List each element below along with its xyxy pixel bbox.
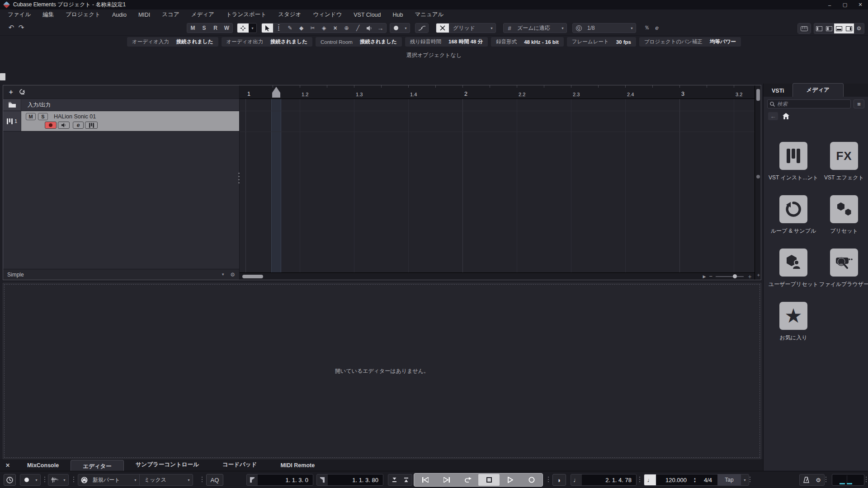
vertical-scroll-thumb[interactable] [756, 89, 760, 101]
tab-mixconsole[interactable]: MixConsole [15, 460, 71, 471]
zoom-in-button[interactable]: ＋ [747, 272, 753, 281]
read-automation-button[interactable]: R [210, 23, 221, 33]
zoom-slider[interactable] [716, 276, 744, 277]
left-locator-flag-icon[interactable] [247, 474, 258, 485]
undo-button[interactable]: ↶ [6, 23, 16, 32]
edit-channel-button[interactable]: e [73, 122, 84, 129]
tap-mode-caret[interactable] [741, 479, 749, 482]
menu-project[interactable]: プロジェクト [60, 11, 106, 19]
color-menu-icon[interactable] [390, 23, 402, 33]
retrospective-record-icon[interactable]: ◗ [552, 474, 566, 486]
mute-tool[interactable]: × [330, 23, 341, 33]
cycle-record-mode-caret[interactable] [185, 479, 193, 482]
menu-media[interactable]: メディア [185, 11, 220, 19]
preset-dropdown-caret[interactable]: ▼ [221, 272, 225, 277]
right-locator-flag-icon[interactable] [317, 474, 328, 485]
grid-type-select[interactable]: グリッド [449, 23, 488, 33]
audio-waveform-icon[interactable] [48, 474, 61, 485]
draw-tool[interactable]: ✎ [284, 23, 296, 33]
media-search-box[interactable] [767, 99, 851, 108]
tempo-spinner[interactable]: ▲▼ [691, 474, 698, 485]
menu-edit[interactable]: 編集 [37, 11, 60, 19]
menu-midi[interactable]: MIDI [132, 12, 156, 18]
tempo-track-active-icon[interactable]: ♩ [644, 474, 656, 485]
tile-user-presets[interactable]: ユーザープリセット [771, 249, 816, 288]
menu-file[interactable]: ファイル [2, 11, 37, 19]
track-mute-button[interactable]: M [26, 113, 36, 120]
cycle-button[interactable] [457, 474, 478, 486]
tab-vsti[interactable]: VSTi [764, 85, 793, 97]
quantize-preset-select[interactable]: 1/8 [585, 23, 628, 33]
bars-beats-icon[interactable]: ♩ [571, 474, 582, 485]
tempo-display[interactable]: 120.000 [656, 474, 691, 485]
onscreen-keyboard-button[interactable] [797, 23, 811, 34]
erase-tool[interactable]: ◆ [296, 23, 307, 33]
minimize-button[interactable]: – [822, 0, 837, 9]
midi-din-icon[interactable] [78, 474, 90, 485]
quantize-panel-button[interactable]: e [653, 23, 661, 32]
menu-score[interactable]: スコア [156, 11, 185, 19]
io-folder-track[interactable]: 入力/出力 [3, 99, 239, 111]
horizontal-scroll-thumb[interactable] [242, 275, 263, 278]
tab-media[interactable]: メディア [793, 83, 844, 97]
left-zone-alt-toggle-icon[interactable] [824, 23, 834, 33]
vertical-scrollbar[interactable]: ＋ [755, 85, 761, 280]
snap-icon[interactable] [436, 23, 449, 33]
tile-loops-samples[interactable]: ループ & サンプル [771, 195, 816, 235]
monitor-button[interactable] [58, 122, 70, 129]
line-tool[interactable]: ╱ [352, 23, 363, 33]
punch-out-icon[interactable] [400, 474, 412, 485]
tab-sampler-control[interactable]: サンプラーコントロール [124, 459, 211, 471]
position-display[interactable]: 2. 1. 4. 78 [582, 474, 636, 485]
redo-button[interactable]: ↷ [16, 23, 26, 32]
setup-toolbar-gear-icon[interactable]: ⚙ [854, 23, 864, 33]
swing-quantize-icon[interactable]: ％ [642, 23, 652, 32]
left-zone-toggle-icon[interactable] [814, 23, 824, 33]
edit-instrument-button[interactable] [85, 122, 98, 129]
record-button[interactable] [521, 474, 542, 486]
grid-type-caret[interactable] [488, 23, 495, 33]
go-to-end-button[interactable] [436, 474, 457, 486]
menu-window[interactable]: ウィンドウ [307, 11, 348, 19]
close-button[interactable]: ✕ [853, 0, 868, 9]
menu-transport[interactable]: トランスポート [220, 11, 272, 19]
color-menu-caret[interactable] [402, 23, 410, 33]
audio-record-mode-caret[interactable] [61, 479, 68, 482]
mute-all-button[interactable]: M [187, 23, 198, 33]
vertical-zoom-handle[interactable] [756, 175, 760, 178]
media-search-input[interactable] [777, 101, 848, 107]
scroll-right-arrow-icon[interactable]: ▶ [703, 274, 706, 279]
object-selection-tool[interactable] [262, 23, 273, 33]
menu-manual[interactable]: マニュアル [409, 11, 449, 19]
menu-hub[interactable]: Hub [387, 12, 409, 18]
zoom-mode-caret[interactable] [559, 23, 566, 33]
feedback-tool[interactable]: → [375, 23, 386, 33]
glue-tool[interactable]: ◈ [318, 23, 330, 33]
event-display-canvas[interactable] [240, 99, 755, 272]
metronome-icon[interactable] [800, 474, 812, 485]
info-line-scrollbar[interactable] [0, 73, 5, 80]
tile-vst-effects[interactable]: FX VST エフェクト [821, 142, 867, 182]
instrument-track-row[interactable]: 1 M S HALion Sonic 01 e [3, 111, 239, 131]
track-controls-gear-icon[interactable]: ⚙ [230, 272, 235, 278]
track-solo-button[interactable]: S [38, 113, 48, 120]
split-tool[interactable]: ✂ [307, 23, 318, 33]
menu-vst-cloud[interactable]: VST Cloud [348, 12, 387, 18]
tile-file-browser[interactable]: ファイルブラウザー [821, 249, 867, 288]
zoom-out-button[interactable]: − [709, 273, 712, 280]
range-selection-tool[interactable]: I [273, 23, 284, 33]
left-locator-display[interactable]: 1. 1. 3. 0 [258, 474, 313, 485]
right-locator-display[interactable]: 1. 1. 3. 80 [328, 474, 383, 485]
automation-curve-button[interactable] [415, 23, 429, 33]
write-automation-button[interactable]: W [221, 23, 232, 33]
tab-editor[interactable]: エディター [71, 460, 124, 471]
tile-favorites[interactable]: ★ お気に入り [771, 302, 816, 342]
horizontal-scrollbar[interactable]: ▶ − ＋ [240, 272, 755, 280]
tab-chord-pads[interactable]: コードパッド [211, 459, 269, 471]
time-signature-display[interactable]: 4/4 [698, 474, 717, 485]
tile-presets[interactable]: プリセット [821, 195, 867, 235]
auto-quantize-button[interactable]: AQ [206, 474, 223, 486]
play-button[interactable] [500, 474, 521, 486]
menu-studio[interactable]: スタジオ [272, 11, 307, 19]
record-mode-caret[interactable] [33, 479, 40, 482]
